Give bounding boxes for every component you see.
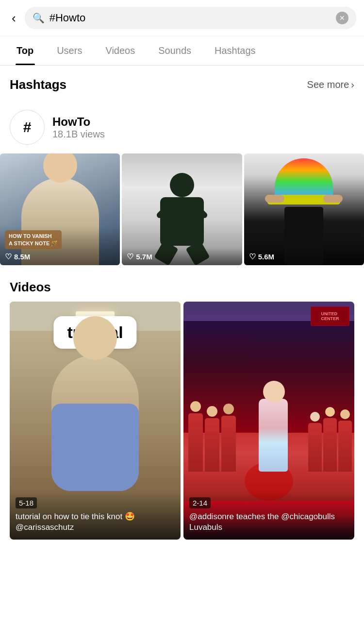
videos-section-title: Videos [10, 280, 354, 295]
hashtag-video-3[interactable]: ♡ 5.6M [244, 153, 364, 265]
video-1-likes: ♡ 8.5M [5, 252, 115, 261]
video-card-left[interactable]: tutorial 5-18 tutorial on how to tie thi… [10, 302, 181, 540]
video-3-likes: ♡ 5.6M [249, 252, 359, 261]
hashtags-section-header: Hashtags See more › [10, 77, 354, 92]
videos-section: Videos tutorial 5-18 tutorial on how to … [0, 275, 364, 540]
hashtag-name: HowTo [52, 115, 354, 129]
hashtag-icon-circle: # [10, 110, 45, 145]
hashtags-section: Hashtags See more › [0, 66, 364, 107]
tab-videos[interactable]: Videos [94, 36, 147, 65]
tab-sounds[interactable]: Sounds [147, 36, 203, 65]
back-button[interactable]: ‹ [8, 9, 20, 28]
chevron-right-icon: › [351, 79, 354, 90]
search-icon: 🔍 [33, 12, 45, 24]
video-cards-row: tutorial 5-18 tutorial on how to tie thi… [10, 302, 354, 540]
heart-icon-1: ♡ [5, 252, 12, 261]
search-bar: ‹ 🔍 #Howto ✕ [0, 0, 364, 36]
search-query: #Howto [50, 12, 331, 24]
hashtag-video-2[interactable]: ♡ 5.7M [122, 153, 242, 265]
video-2-likes: ♡ 5.7M [127, 252, 237, 261]
tab-top[interactable]: Top [5, 36, 45, 65]
search-input-wrapper[interactable]: 🔍 #Howto ✕ [25, 7, 356, 29]
video-2-caption: @addisonre teaches the @chicagobulls Luv… [189, 511, 348, 533]
hashtags-title: Hashtags [10, 77, 66, 92]
video-1-caption: tutorial on how to tie this knot 🤩 @cari… [16, 511, 175, 533]
clear-button[interactable]: ✕ [336, 12, 348, 24]
tab-users[interactable]: Users [45, 36, 94, 65]
hashtag-video-grid: HOW TO VANISHA STICKY NOTE 🪄 ♡ 8.5M [0, 153, 364, 275]
hashtag-video-row: HOW TO VANISHA STICKY NOTE 🪄 ♡ 8.5M [0, 153, 364, 275]
tabs-bar: Top Users Videos Sounds Hashtags [0, 36, 364, 66]
tab-hashtags[interactable]: Hashtags [203, 36, 267, 65]
hashtag-views: 18.1B views [52, 129, 354, 140]
video-2-overlay: ♡ 5.7M [122, 248, 242, 265]
video-2-timestamp: 2-14 [189, 497, 211, 508]
video-3-overlay: ♡ 5.6M [244, 248, 364, 265]
hashtag-info: HowTo 18.1B views [52, 115, 354, 140]
video-card-left-info: 5-18 tutorial on how to tie this knot 🤩 … [10, 492, 181, 540]
video-1-overlay: HOW TO VANISHA STICKY NOTE 🪄 ♡ 8.5M [0, 226, 120, 265]
video-card-right[interactable]: UNITEDCENTER [183, 302, 354, 540]
heart-icon-3: ♡ [249, 252, 256, 261]
video-1-tag: HOW TO VANISHA STICKY NOTE 🪄 [5, 230, 62, 249]
see-more-button[interactable]: See more › [307, 79, 354, 90]
hashtag-row[interactable]: # HowTo 18.1B views [0, 107, 364, 153]
heart-icon-2: ♡ [127, 252, 133, 261]
video-card-right-info: 2-14 @addisonre teaches the @chicagobull… [183, 492, 354, 540]
video-1-timestamp: 5-18 [16, 497, 37, 508]
hashtag-video-1[interactable]: HOW TO VANISHA STICKY NOTE 🪄 ♡ 8.5M [0, 153, 120, 265]
clear-icon: ✕ [339, 14, 345, 22]
